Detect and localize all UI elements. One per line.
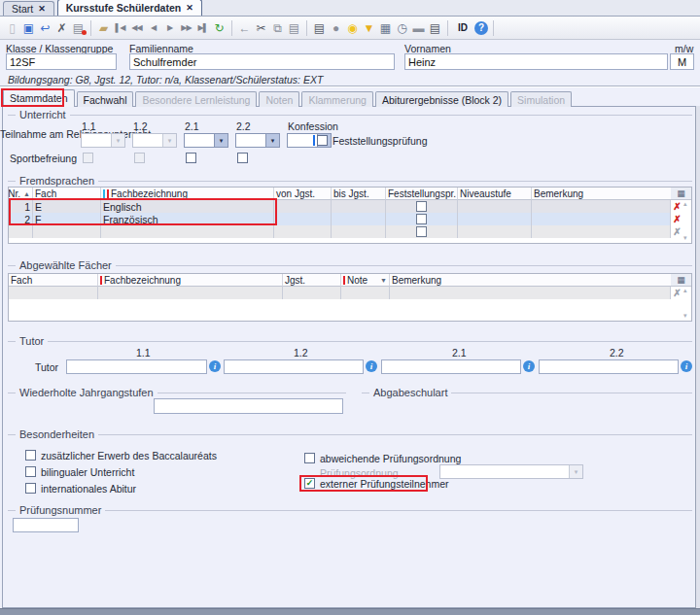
religion-combo-22[interactable]: ▾: [235, 133, 280, 148]
card-icon[interactable]: ▬: [411, 19, 426, 36]
tab-kursstufe-schuelerdaten[interactable]: Kursstufe Schülerdaten ✕: [57, 0, 202, 16]
tutor-col-12: 1.2: [294, 347, 308, 359]
folder-icon[interactable]: ▰: [96, 19, 111, 36]
sportbefreiung-checkbox-11: [83, 153, 93, 163]
col-fach[interactable]: Fach: [9, 274, 98, 287]
group-unterricht-title: Unterricht: [16, 109, 70, 120]
info-icon[interactable]: i: [681, 360, 692, 372]
table-config-button[interactable]: ▦: [671, 188, 691, 200]
tutor-field-12[interactable]: [224, 359, 364, 374]
help-icon[interactable]: ?: [474, 21, 488, 35]
mw-field[interactable]: [670, 53, 694, 70]
sportbefreiung-checkbox-22[interactable]: [237, 153, 248, 163]
save-icon[interactable]: ▣: [21, 19, 36, 36]
feststellungspruefung-checkbox[interactable]: [317, 135, 328, 146]
annotation-fremdsprachen-rows: [9, 198, 277, 225]
grid-icon[interactable]: ▦: [378, 19, 393, 36]
chevron-down-icon[interactable]: ▾: [265, 134, 279, 147]
feststellungspr-checkbox[interactable]: [416, 201, 427, 212]
internationales-abitur-checkbox[interactable]: [25, 483, 36, 494]
cell-niveaustufe: [458, 213, 532, 225]
filter-icon[interactable]: ▼: [362, 19, 376, 36]
info-icon[interactable]: i: [523, 360, 535, 372]
tutor-field-11[interactable]: [66, 359, 207, 374]
feststellungspruefung-label: Feststellungsprüfung: [332, 135, 427, 147]
col-bis-jgst[interactable]: bis Jgst.: [332, 188, 386, 200]
copy-icon[interactable]: ⧉: [270, 19, 285, 36]
tab-start[interactable]: Start ✕: [3, 1, 54, 16]
baccalaureats-checkbox[interactable]: [25, 450, 36, 461]
delete-row-icon[interactable]: ✗: [671, 213, 683, 225]
tab-kursstufe-label: Kursstufe Schülerdaten: [66, 2, 181, 14]
table-row-empty[interactable]: ✗: [9, 225, 691, 238]
delete-row-icon[interactable]: ✗: [671, 200, 683, 213]
tutor-col-11: 1.1: [136, 347, 151, 359]
col-von-jgst[interactable]: von Jgst.: [274, 188, 332, 200]
col-jgst[interactable]: Jgst.: [283, 274, 341, 287]
wiederholte-field[interactable]: [154, 398, 343, 414]
previous-record-icon[interactable]: ◀: [146, 19, 160, 36]
fast-next-icon[interactable]: ▶▶: [179, 19, 193, 36]
delete-record-icon[interactable]: ✗: [54, 19, 69, 36]
first-record-icon[interactable]: ▌◀: [113, 19, 127, 36]
tab-start-label: Start: [12, 3, 33, 15]
pruefungsnummer-field[interactable]: [13, 518, 79, 532]
delete-row-icon-disabled: ✗: [671, 287, 683, 299]
vornamen-field[interactable]: [404, 53, 668, 70]
tutor-col-21: 2.1: [452, 347, 467, 359]
scroll-up-icon[interactable]: ▴: [683, 200, 687, 208]
undo-icon[interactable]: ↩: [38, 19, 52, 36]
close-icon[interactable]: ✕: [186, 3, 193, 13]
feststellungspr-checkbox[interactable]: [416, 226, 427, 237]
hint-icon[interactable]: ◉: [345, 19, 360, 36]
chevron-down-icon[interactable]: ▾: [214, 134, 228, 147]
klasse-field[interactable]: [6, 53, 117, 70]
main-toolbar: ▯ ▣ ↩ ✗ ▤ ▰ ▌◀ ◀◀ ◀ ▶ ▶▶ ▶▌ ↻ ← ✂ ⧉ ▤ ▤ …: [0, 17, 700, 40]
abweichende-pruefungsordnung-checkbox[interactable]: [304, 453, 315, 463]
tutor-field-22[interactable]: [539, 359, 679, 374]
application-window: Start ✕ Kursstufe Schülerdaten ✕ ▯ ▣ ↩ ✗…: [0, 0, 700, 615]
col-feststellungspr[interactable]: Feststellungspr.: [386, 188, 458, 200]
print-list-icon[interactable]: ▤: [428, 19, 442, 36]
col-header-21: 2.1: [185, 120, 199, 132]
col-bemerkung[interactable]: Bemerkung: [390, 274, 671, 287]
feststellungspr-checkbox[interactable]: [416, 214, 427, 224]
sort-asc-icon: ▲: [23, 190, 30, 197]
paste-icon[interactable]: ▤: [287, 19, 301, 36]
info-icon[interactable]: i: [209, 360, 221, 372]
id-button[interactable]: ID: [453, 19, 472, 36]
col-bemerkung[interactable]: Bemerkung: [532, 188, 671, 200]
bilingual-checkbox[interactable]: [25, 466, 36, 477]
col-niveaustufe[interactable]: Niveaustufe: [458, 188, 532, 200]
back-icon[interactable]: ←: [237, 19, 252, 36]
refresh-icon[interactable]: ↻: [212, 19, 227, 36]
scroll-down-icon[interactable]: ▾: [683, 234, 687, 242]
notification-badge: [82, 30, 87, 35]
annotation-stammdaten-tab: [1, 88, 64, 107]
religion-combo-21[interactable]: ▾: [184, 133, 228, 148]
religion-combo-11: ▾: [81, 133, 125, 148]
fast-previous-icon[interactable]: ◀◀: [129, 19, 144, 36]
tutor-field-21[interactable]: [381, 359, 521, 374]
close-icon[interactable]: ✕: [38, 4, 46, 14]
next-record-icon[interactable]: ▶: [162, 19, 177, 36]
new-document-icon[interactable]: ▯: [5, 19, 19, 36]
scroll-up-icon[interactable]: ▴: [683, 287, 687, 294]
info-icon[interactable]: i: [366, 360, 377, 372]
table-config-button[interactable]: ▦: [671, 274, 691, 287]
cut-icon[interactable]: ✂: [254, 19, 268, 36]
sportbefreiung-checkbox-21[interactable]: [186, 153, 196, 163]
print-icon[interactable]: ▤: [312, 19, 327, 36]
tab-abiturergebnisse[interactable]: Abiturergebnisse (Block 2): [375, 91, 508, 107]
col-note[interactable]: Note▼: [341, 274, 390, 287]
export-icon[interactable]: ●: [329, 19, 343, 36]
last-record-icon[interactable]: ▶▌: [195, 19, 210, 36]
clock-icon[interactable]: ◷: [395, 19, 409, 36]
edit-form-icon[interactable]: ▤: [71, 19, 86, 36]
tab-fachwahl[interactable]: Fachwahl: [77, 91, 134, 107]
table-row-empty[interactable]: ✗: [9, 287, 691, 299]
scroll-down-icon[interactable]: ▾: [683, 312, 687, 320]
col-fachbezeichnung[interactable]: Fachbezeichnung: [98, 274, 283, 287]
familienname-field[interactable]: [129, 53, 395, 70]
group-tutor-title: Tutor: [16, 335, 48, 347]
